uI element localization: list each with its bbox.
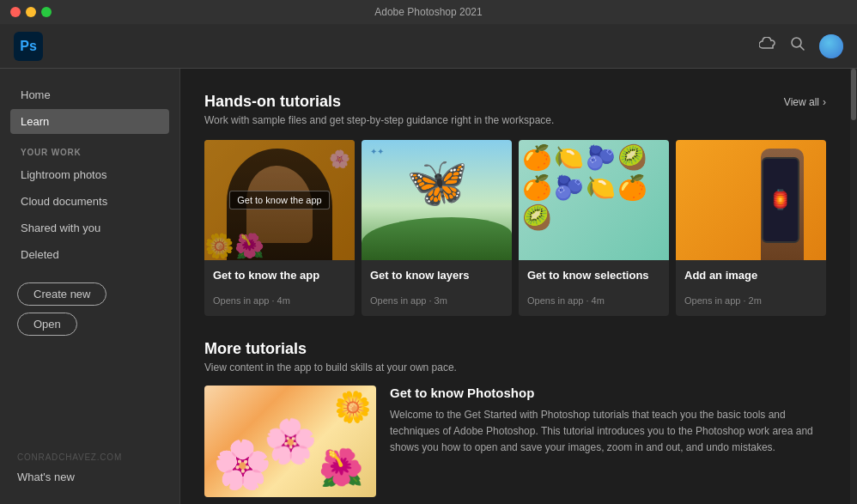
sidebar-item-cloud[interactable]: Cloud documents <box>10 189 169 214</box>
more-tutorial-title: Get to know Photoshop <box>390 386 826 400</box>
scrollbar-track[interactable] <box>850 69 857 504</box>
search-icon[interactable] <box>790 36 805 56</box>
card-overlay: Get to know the app <box>204 140 355 260</box>
window-title: Adobe Photoshop 2021 <box>374 6 482 18</box>
card-title: Get to know the app <box>213 269 346 282</box>
tutorials-subtitle: Work with sample files and get step-by-s… <box>204 114 554 126</box>
minimize-button[interactable] <box>26 7 36 17</box>
card-meta: Opens in app · 4m <box>213 295 346 306</box>
sidebar-nav: Home Learn <box>0 82 179 136</box>
view-all-button[interactable]: View all › <box>784 96 826 108</box>
card-meta: Opens in app · 2m <box>684 295 817 306</box>
more-tutorials-header: More tutorials View content in the app t… <box>204 340 826 373</box>
maximize-button[interactable] <box>41 7 52 17</box>
sidebar-item-learn[interactable]: Learn <box>10 109 169 134</box>
overlay-text: Get to know the app <box>229 191 329 209</box>
chevron-right-icon: › <box>823 96 826 108</box>
close-button[interactable] <box>10 7 21 17</box>
card-title: Get to know selections <box>527 269 660 282</box>
sidebar: Home Learn YOUR WORK Lightroom photos Cl… <box>0 69 180 504</box>
ps-logo: Ps <box>14 32 43 61</box>
tutorials-grid: 🌼🌺 🌸 Get to know the app Get to know the… <box>204 140 826 316</box>
tutorial-card-know-layers[interactable]: 🦋 ✦✦ Get to know layers Opens in app · 3… <box>362 140 512 316</box>
scrollbar-thumb[interactable] <box>851 69 856 120</box>
tutorial-card-add-image[interactable]: 🏮 Add an image Opens in app · 2m <box>676 140 826 316</box>
watermark: CONRADCHAVEZ.COM <box>17 452 162 462</box>
sidebar-item-deleted[interactable]: Deleted <box>10 242 169 267</box>
card-title: Get to know layers <box>370 269 503 282</box>
tutorials-header: Hands-on tutorials Work with sample file… <box>204 93 826 126</box>
more-tutorials-title: More tutorials <box>204 340 826 358</box>
create-new-button[interactable]: Create new <box>17 282 106 306</box>
traffic-lights <box>10 7 52 17</box>
whats-new-link[interactable]: What's new <box>17 471 162 483</box>
more-tutorials-row: 🌸 🌼 🌺 Get to know Photoshop Welcome to t… <box>204 386 826 497</box>
svg-line-1 <box>800 46 805 51</box>
tutorial-card-know-selections[interactable]: 🍊 🍋 🫐 🥝 🍊 🫐 🍋 🍊 🥝 Get to know selections… <box>519 140 669 316</box>
sidebar-your-work: Lightroom photos Cloud documents Shared … <box>0 162 179 269</box>
cloud-icon[interactable] <box>759 37 776 55</box>
more-tutorials-subtitle: View content in the app to build skills … <box>204 361 826 373</box>
header-icons <box>759 34 843 58</box>
card-meta: Opens in app · 3m <box>370 295 503 306</box>
app-header: Ps <box>0 24 857 69</box>
avatar[interactable] <box>819 34 843 58</box>
open-button[interactable]: Open <box>17 313 77 336</box>
sidebar-item-lightroom[interactable]: Lightroom photos <box>10 162 169 187</box>
more-tutorial-info: Get to know Photoshop Welcome to the Get… <box>390 386 826 457</box>
tutorial-card-know-app[interactable]: 🌼🌺 🌸 Get to know the app Get to know the… <box>204 140 355 316</box>
main-content: Hands-on tutorials Work with sample file… <box>180 69 850 504</box>
sidebar-item-shared[interactable]: Shared with you <box>10 216 169 240</box>
your-work-label: YOUR WORK <box>0 136 179 162</box>
card-title: Add an image <box>684 269 817 282</box>
more-tutorial-desc: Welcome to the Get Started with Photosho… <box>390 407 826 457</box>
title-bar: Adobe Photoshop 2021 <box>0 0 857 24</box>
sidebar-actions: Create new Open <box>0 269 179 349</box>
app-body: Home Learn YOUR WORK Lightroom photos Cl… <box>0 69 857 504</box>
sidebar-item-home[interactable]: Home <box>10 82 169 107</box>
card-meta: Opens in app · 4m <box>527 295 660 306</box>
sidebar-footer: CONRADCHAVEZ.COM What's new <box>0 452 179 490</box>
more-tutorial-thumbnail[interactable]: 🌸 🌼 🌺 <box>204 386 376 497</box>
tutorials-title: Hands-on tutorials <box>204 93 554 111</box>
